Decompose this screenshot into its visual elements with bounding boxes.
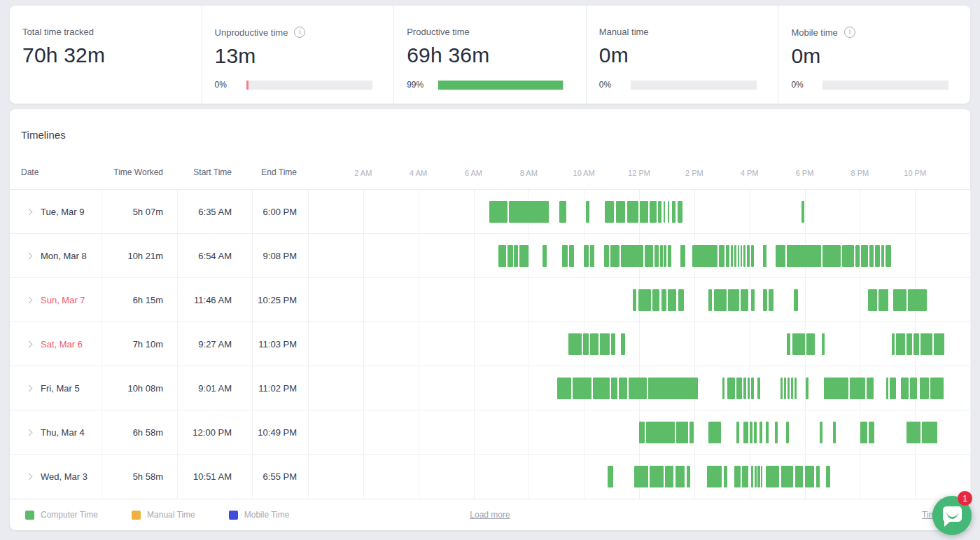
time-bar — [757, 378, 760, 399]
timeline-row[interactable]: Tue, Mar 9 5h 07m 6:35 AM 6:00 PM — [10, 190, 970, 234]
time-bar — [855, 245, 860, 267]
time-bar — [633, 289, 636, 311]
chevron-right-icon[interactable] — [26, 209, 33, 216]
timeline-row[interactable]: Mon, Mar 8 10h 21m 6:54 AM 9:08 PM — [10, 234, 970, 278]
time-bar — [886, 245, 891, 267]
time-bar — [645, 245, 654, 267]
time-bar — [611, 378, 617, 399]
time-bar — [750, 422, 752, 443]
progress-row: 0% — [215, 80, 376, 90]
time-bar — [734, 466, 741, 487]
time-bar — [820, 422, 822, 443]
hours-scale: 2 AM4 AM6 AM8 AM10 AM12 PM2 PM4 PM6 PM8 … — [308, 155, 970, 189]
row-date: Fri, Mar 5 — [41, 366, 80, 410]
time-bar — [775, 422, 778, 443]
progress-row: 0% — [599, 80, 760, 90]
time-bar — [719, 245, 724, 267]
mobile-time-swatch — [229, 511, 238, 520]
time-bar — [794, 289, 799, 311]
column-header-date: Date — [21, 167, 38, 177]
row-timeline-track — [308, 366, 970, 410]
time-bar — [727, 378, 735, 399]
time-bar — [842, 245, 854, 267]
time-bar — [593, 378, 610, 399]
progress-track — [246, 81, 372, 90]
chevron-right-icon[interactable] — [26, 473, 33, 480]
stat-label: Productive time — [407, 27, 470, 37]
time-bar — [672, 201, 676, 223]
row-date: Tue, Mar 9 — [41, 190, 84, 234]
time-bar — [869, 422, 874, 443]
progress-track — [631, 81, 757, 90]
time-bar — [748, 378, 750, 399]
time-bar — [906, 422, 920, 443]
timeline-row[interactable]: Thu, Mar 4 6h 58m 12:00 PM 10:49 PM — [10, 410, 970, 455]
time-bar — [875, 245, 880, 267]
time-bar — [652, 289, 659, 311]
time-bar — [805, 466, 814, 487]
row-end-time: 6:55 PM — [242, 455, 297, 499]
time-bar — [892, 333, 895, 355]
info-icon[interactable]: i — [844, 27, 855, 38]
row-end-time: 9:08 PM — [242, 234, 297, 278]
time-bar — [890, 378, 896, 399]
time-bar — [780, 378, 783, 399]
stat-value: 69h 36m — [407, 43, 569, 67]
timeline-row[interactable]: Fri, Mar 5 10h 08m 9:01 AM 11:02 PM — [10, 366, 970, 410]
stat-value: 0m — [791, 44, 953, 68]
chevron-right-icon[interactable] — [26, 253, 33, 260]
hour-label: 6 AM — [465, 169, 482, 177]
chevron-right-icon[interactable] — [26, 297, 33, 304]
stat-value: 13m — [215, 44, 377, 68]
row-timeline-track — [308, 410, 970, 455]
chat-messenger-icon — [943, 506, 962, 522]
time-bar — [668, 201, 669, 223]
time-bar — [861, 245, 868, 267]
load-more-link[interactable]: Load more — [470, 510, 510, 520]
row-date: Mon, Mar 8 — [41, 234, 87, 278]
time-bar — [610, 245, 620, 267]
time-bar — [621, 245, 643, 267]
time-bar — [662, 289, 667, 311]
time-bar — [757, 466, 760, 487]
time-bar — [514, 245, 518, 267]
row-time-worked: 10h 21m — [102, 234, 163, 278]
row-time-worked: 5h 58m — [102, 455, 163, 499]
time-bar — [788, 378, 790, 399]
chevron-right-icon[interactable] — [26, 385, 33, 392]
info-icon[interactable]: i — [294, 27, 305, 38]
time-bar — [766, 422, 769, 443]
row-timeline-track — [308, 234, 970, 278]
time-bar — [791, 378, 793, 399]
row-start-time: 10:51 AM — [177, 455, 232, 499]
time-bar — [741, 289, 748, 311]
chevron-right-icon[interactable] — [26, 429, 33, 436]
gridline — [970, 190, 971, 499]
hour-label: 12 PM — [628, 169, 650, 177]
timeline-row[interactable]: Sun, Mar 7 6h 15m 11:46 AM 10:25 PM — [10, 278, 970, 322]
timeline-row[interactable]: Sat, Mar 6 7h 10m 9:27 AM 11:03 PM — [10, 322, 970, 366]
time-bar — [751, 289, 755, 311]
time-bar — [743, 422, 749, 443]
time-bar — [489, 201, 507, 223]
row-date: Thu, Mar 4 — [41, 410, 85, 455]
time-bar — [743, 378, 746, 399]
time-bar — [751, 378, 754, 399]
row-start-time: 9:01 AM — [177, 366, 232, 410]
timeline-rows: Tue, Mar 9 5h 07m 6:35 AM 6:00 PM Mon, M… — [10, 190, 970, 499]
time-bar — [562, 245, 568, 267]
hour-label: 4 PM — [741, 169, 759, 177]
time-bar — [816, 466, 820, 487]
legend-label: Mobile Time — [244, 510, 290, 520]
row-start-time: 11:46 AM — [177, 278, 232, 322]
time-bar — [736, 422, 739, 443]
row-end-time: 10:25 PM — [242, 278, 297, 322]
progress-track — [822, 81, 948, 90]
row-start-time: 12:00 PM — [177, 410, 232, 455]
chevron-right-icon[interactable] — [26, 341, 33, 348]
time-bar — [906, 333, 913, 355]
time-bar — [731, 245, 733, 267]
timeline-row[interactable]: Wed, Mar 3 5h 58m 10:51 AM 6:55 PM — [10, 455, 970, 499]
time-bar — [654, 245, 658, 267]
column-header-start: Start Time — [177, 167, 232, 177]
